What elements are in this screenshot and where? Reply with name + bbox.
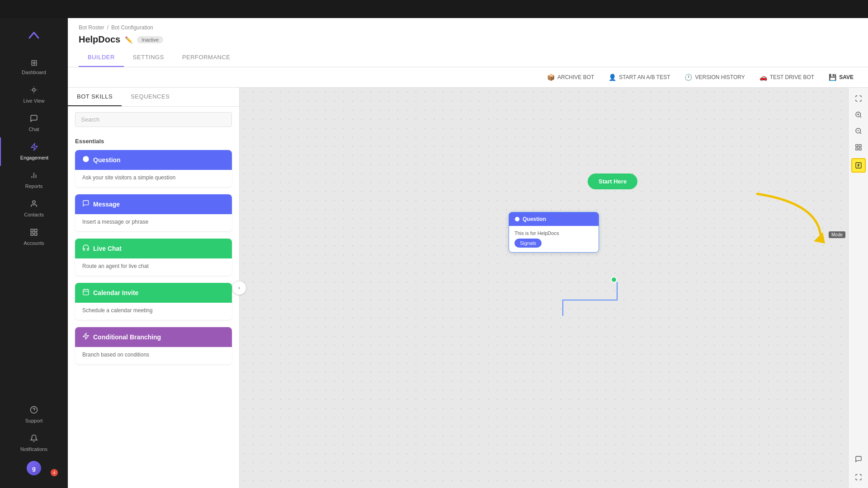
sidebar-item-label: Notifications xyxy=(20,446,47,452)
sidebar-item-dashboard[interactable]: ⊞ Dashboard xyxy=(0,52,68,80)
app-logo[interactable] xyxy=(26,27,42,43)
page-title-row: HelpDocs ✏️ Inactive xyxy=(79,34,857,45)
canvas[interactable]: Start Here Question This is for HelpDocs… xyxy=(240,88,868,488)
panel-tab-bot-skills[interactable]: BOT SKILLS xyxy=(68,88,122,106)
question-skill-body: Ask your site visitors a simple question xyxy=(75,170,232,187)
page-tabs: BUILDER SETTINGS PERFORMANCE xyxy=(79,50,857,67)
calendar-skill-label: Calendar Invite xyxy=(93,289,138,296)
message-skill-body: Insert a message or phrase xyxy=(75,214,232,231)
save-icon: 💾 xyxy=(829,74,836,81)
svg-line-20 xyxy=(860,116,861,117)
live-chat-skill-body: Route an agent for live chat xyxy=(75,258,232,276)
archive-icon: 📦 xyxy=(547,74,555,81)
arrange-button[interactable] xyxy=(851,140,866,155)
live-chat-skill-icon xyxy=(82,244,90,253)
panel-content: Essentials Question Ask your site visito… xyxy=(68,132,239,488)
edit-icon[interactable]: ✏️ xyxy=(125,36,132,43)
live-view-icon xyxy=(30,86,38,96)
skill-card-live-chat[interactable]: Live Chat Route an agent for live chat xyxy=(75,239,232,276)
history-icon: 🕐 xyxy=(684,74,692,81)
support-icon xyxy=(30,406,38,416)
chat-tool-button[interactable] xyxy=(851,452,866,466)
calendar-skill-body: Schedule a calendar meeting xyxy=(75,303,232,320)
conditional-skill-label: Conditional Branching xyxy=(93,333,161,341)
sidebar-item-contacts[interactable]: Contacts xyxy=(0,194,68,223)
breadcrumb: Bot Roster / Bot Configuration xyxy=(79,24,857,31)
tab-settings[interactable]: SETTINGS xyxy=(124,50,173,67)
sidebar-item-support[interactable]: Support xyxy=(0,400,68,429)
question-node-button[interactable]: Signals xyxy=(514,239,542,248)
accounts-icon xyxy=(30,228,38,239)
toolbar: 📦 ARCHIVE BOT 👤 START AN A/B TEST 🕐 VERS… xyxy=(68,67,868,88)
right-tools-panel xyxy=(848,88,868,488)
question-node[interactable]: Question This is for HelpDocs Signals xyxy=(509,212,599,253)
ab-test-icon: 👤 xyxy=(609,74,616,81)
test-drive-button[interactable]: 🚗 TEST DRIVE BOT xyxy=(756,72,818,83)
builder-area: BOT SKILLS SEQUENCES Essentials Ques xyxy=(68,88,868,488)
svg-rect-5 xyxy=(31,229,33,231)
svg-rect-13 xyxy=(83,290,89,295)
sidebar-item-label: Chat xyxy=(28,127,39,132)
tab-performance[interactable]: PERFORMANCE xyxy=(173,50,240,67)
reports-icon xyxy=(30,171,38,182)
avatar-badge: 4 xyxy=(51,469,58,476)
tab-builder[interactable]: BUILDER xyxy=(79,50,124,67)
sidebar-item-engagement[interactable]: Engagement xyxy=(0,137,68,166)
question-skill-label: Question xyxy=(93,156,121,164)
arrow-annotation xyxy=(744,185,843,253)
sidebar-item-label: Reports xyxy=(25,183,43,189)
avatar-circle: g xyxy=(27,461,41,475)
ab-test-button[interactable]: 👤 START AN A/B TEST xyxy=(605,72,674,83)
svg-rect-6 xyxy=(35,229,37,231)
zoom-out-button[interactable] xyxy=(851,124,866,138)
svg-point-0 xyxy=(33,89,35,91)
top-bar xyxy=(0,0,868,18)
question-node-body: This is for HelpDocs Signals xyxy=(509,226,599,252)
skill-card-conditional[interactable]: Conditional Branching Branch based on co… xyxy=(75,327,232,364)
skill-header-conditional: Conditional Branching xyxy=(75,327,232,347)
panel-tabs: BOT SKILLS SEQUENCES xyxy=(68,88,239,107)
breadcrumb-parent[interactable]: Bot Roster xyxy=(79,24,104,31)
breadcrumb-current: Bot Configuration xyxy=(111,24,153,31)
car-icon: 🚗 xyxy=(760,74,767,81)
conditional-skill-icon xyxy=(82,333,90,342)
skill-card-calendar[interactable]: Calendar Invite Schedule a calendar meet… xyxy=(75,283,232,320)
archive-bot-button[interactable]: 📦 ARCHIVE BOT xyxy=(543,72,598,83)
canvas-connections xyxy=(240,88,868,488)
skill-card-message[interactable]: Message Insert a message or phrase xyxy=(75,194,232,231)
sidebar-item-label: Accounts xyxy=(24,240,44,246)
sidebar-item-label: Support xyxy=(25,418,43,423)
page-header: Bot Roster / Bot Configuration HelpDocs … xyxy=(68,18,868,67)
mode-button[interactable] xyxy=(851,158,866,173)
collapse-panel-button[interactable]: ‹ xyxy=(232,281,246,295)
search-input[interactable] xyxy=(75,112,232,127)
panel-search xyxy=(68,107,239,132)
version-history-button[interactable]: 🕐 VERSION HISTORY xyxy=(681,72,748,83)
panel-tab-sequences[interactable]: SEQUENCES xyxy=(122,88,179,106)
sidebar-item-notifications[interactable]: Notifications xyxy=(0,429,68,457)
sidebar-item-label: Contacts xyxy=(24,212,43,217)
conditional-skill-body: Branch based on conditions xyxy=(75,347,232,364)
skill-header-question: Question xyxy=(75,150,232,170)
start-node[interactable]: Start Here xyxy=(588,174,637,189)
svg-point-4 xyxy=(33,201,35,203)
essentials-title: Essentials xyxy=(75,138,232,145)
skills-panel: BOT SKILLS SEQUENCES Essentials Ques xyxy=(68,88,240,488)
sidebar-item-live-view[interactable]: Live View xyxy=(0,80,68,109)
chat-icon xyxy=(30,114,38,125)
svg-line-24 xyxy=(860,132,861,134)
sidebar-item-reports[interactable]: Reports xyxy=(0,166,68,194)
sidebar-item-chat[interactable]: Chat xyxy=(0,109,68,137)
message-skill-label: Message xyxy=(93,201,120,208)
status-badge: Inactive xyxy=(137,36,163,43)
zoom-in-button[interactable] xyxy=(851,108,866,122)
skill-card-question[interactable]: Question Ask your site visitors a simple… xyxy=(75,150,232,187)
fit-screen-button[interactable] xyxy=(851,91,866,106)
user-avatar[interactable]: g 4 xyxy=(0,457,68,479)
sidebar-item-label: Engagement xyxy=(20,155,48,160)
fullscreen-bottom-button[interactable] xyxy=(851,470,866,484)
sidebar-item-accounts[interactable]: Accounts xyxy=(0,223,68,251)
connector-dot xyxy=(611,277,617,283)
page-title: HelpDocs xyxy=(79,34,120,45)
save-button[interactable]: 💾 SAVE xyxy=(825,72,857,83)
